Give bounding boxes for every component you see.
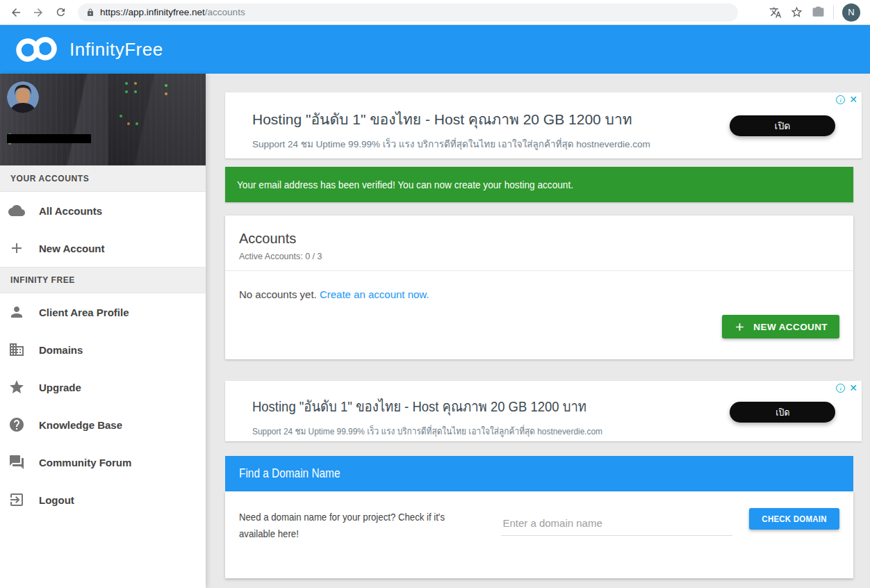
- back-arrow-icon: [10, 6, 22, 19]
- sidebar-item-all-accounts[interactable]: All Accounts: [0, 192, 206, 229]
- accounts-empty-state: No accounts yet. Create an account now.: [225, 271, 853, 300]
- ad-close-icon[interactable]: ✕: [849, 95, 857, 104]
- main-content: Hosting "อันดับ 1" ของไทย - Host คุณภาพ …: [206, 74, 870, 588]
- sidebar-item-label: Knowledge Base: [39, 419, 122, 431]
- section-infinity-free: INFINITY FREE: [0, 267, 206, 293]
- sidebar-item-logout[interactable]: Logout: [0, 481, 206, 518]
- sidebar-item-label: New Account: [39, 243, 104, 254]
- user-avatar: [7, 81, 39, 113]
- forward-button[interactable]: [29, 3, 47, 22]
- reload-icon: [55, 6, 67, 18]
- find-domain-body: Need a domain name for your project? Che…: [225, 491, 853, 578]
- check-domain-button[interactable]: CHECK DOMAIN: [749, 508, 839, 530]
- ad-badges: i ✕: [836, 95, 857, 104]
- ad-headline-link[interactable]: Hosting "อันดับ 1" ของไทย - Host คุณภาพ …: [252, 395, 586, 418]
- forum-icon: [8, 454, 25, 471]
- sidebar-item-label: Domains: [39, 344, 83, 356]
- sidebar-filler: [0, 518, 206, 588]
- ad-banner-top: Hosting "อันดับ 1" ของไทย - Host คุณภาพ …: [225, 92, 862, 158]
- domain-icon: [8, 341, 25, 358]
- sidebar-item-upgrade[interactable]: Upgrade: [0, 368, 206, 406]
- url-text: https://app.infinityfree.net/accounts: [100, 7, 245, 17]
- forward-arrow-icon: [32, 6, 44, 19]
- banner-message: Your email address has been verified! Yo…: [237, 179, 573, 191]
- find-domain-card: Find a Domain Name Need a domain name fo…: [225, 456, 853, 578]
- accounts-card-header: Accounts Active Accounts: 0 / 3: [225, 215, 853, 271]
- chrome-divider: [833, 6, 834, 19]
- ad-open-button[interactable]: เปิด: [730, 402, 835, 423]
- sidebar-item-label: Client Area Profile: [39, 307, 129, 318]
- back-button[interactable]: [7, 3, 25, 22]
- section-your-accounts: YOUR ACCOUNTS: [0, 165, 206, 192]
- sidebar-item-knowledge-base[interactable]: Knowledge Base: [0, 406, 206, 443]
- star-icon: [8, 379, 25, 395]
- email-verified-banner: Your email address has been verified! Yo…: [225, 167, 853, 202]
- sidebar-item-label: Logout: [39, 494, 74, 506]
- ad-banner-bottom: Hosting "อันดับ 1" ของไทย - Host คุณภาพ …: [225, 381, 862, 441]
- url-bar[interactable]: https://app.infinityfree.net/accounts: [78, 3, 738, 22]
- url-host: https://app.infinityfree.net: [100, 7, 205, 17]
- bookmark-star-icon[interactable]: [790, 6, 803, 19]
- sidebar-profile-header: [0, 74, 206, 165]
- browser-chrome: https://app.infinityfree.net/accounts N: [0, 0, 870, 25]
- browser-profile-avatar[interactable]: N: [842, 3, 860, 22]
- sidebar: YOUR ACCOUNTS All Accounts New Account I…: [0, 74, 206, 588]
- accounts-title: Accounts: [239, 231, 839, 247]
- ad-subtext: Support 24 ชม Uptime 99.99% เร็ว แรง บริ…: [252, 136, 862, 152]
- check-domain-button-label: CHECK DOMAIN: [762, 514, 826, 524]
- translate-icon[interactable]: [769, 6, 782, 19]
- camera-icon[interactable]: [812, 6, 825, 19]
- user-photo: [7, 81, 39, 113]
- new-account-button[interactable]: NEW ACCOUNT: [722, 315, 839, 338]
- empty-text: No accounts yet.: [239, 288, 317, 300]
- sidebar-item-new-account[interactable]: New Account: [0, 229, 206, 267]
- sidebar-item-domains[interactable]: Domains: [0, 331, 206, 368]
- ad-open-button-label: เปิด: [775, 405, 789, 420]
- lock-icon: [86, 8, 95, 17]
- chrome-actions: N: [769, 3, 863, 22]
- plus-icon: [734, 321, 746, 333]
- ad-badges: i ✕: [836, 384, 857, 393]
- ad-open-button[interactable]: เปิด: [730, 115, 835, 136]
- sidebar-item-community-forum[interactable]: Community Forum: [0, 443, 206, 481]
- server-led-decoration: [125, 82, 128, 85]
- url-path: /accounts: [205, 7, 245, 17]
- reload-button[interactable]: [51, 3, 69, 22]
- ad-close-icon[interactable]: ✕: [849, 384, 857, 393]
- app-header: InfinityFree: [0, 25, 870, 74]
- create-account-link[interactable]: Create an account now.: [320, 288, 429, 300]
- infinityfree-logo-icon[interactable]: [14, 33, 60, 65]
- find-domain-description-text: Need a domain name for your project? Che…: [239, 509, 454, 542]
- active-accounts-count: Active Accounts: 0 / 3: [239, 252, 839, 261]
- domain-name-input[interactable]: [501, 514, 732, 536]
- adchoices-info-icon[interactable]: i: [836, 95, 845, 104]
- accounts-card-actions: NEW ACCOUNT: [225, 300, 853, 338]
- sidebar-item-label: Upgrade: [39, 382, 81, 393]
- find-domain-title: Find a Domain Name: [239, 466, 340, 481]
- find-domain-description: Need a domain name for your project? Che…: [239, 509, 483, 542]
- find-domain-header: Find a Domain Name: [225, 456, 853, 491]
- new-account-button-label: NEW ACCOUNT: [753, 322, 828, 332]
- adchoices-info-icon[interactable]: i: [836, 384, 845, 393]
- cloud-icon: [8, 202, 25, 219]
- sidebar-item-label: All Accounts: [39, 205, 102, 217]
- sidebar-item-client-area-profile[interactable]: Client Area Profile: [0, 293, 206, 331]
- person-icon: [8, 304, 25, 320]
- username-redacted: [7, 134, 91, 143]
- help-icon: [8, 416, 25, 433]
- sidebar-item-label: Community Forum: [39, 457, 131, 468]
- accounts-card: Accounts Active Accounts: 0 / 3 No accou…: [225, 215, 853, 359]
- brand-title[interactable]: InfinityFree: [69, 39, 163, 60]
- logout-icon: [8, 491, 25, 508]
- plus-icon: [8, 240, 25, 256]
- ad-subtext: Support 24 ชม Uptime 99.99% เร็ว แรง บริ…: [252, 423, 602, 439]
